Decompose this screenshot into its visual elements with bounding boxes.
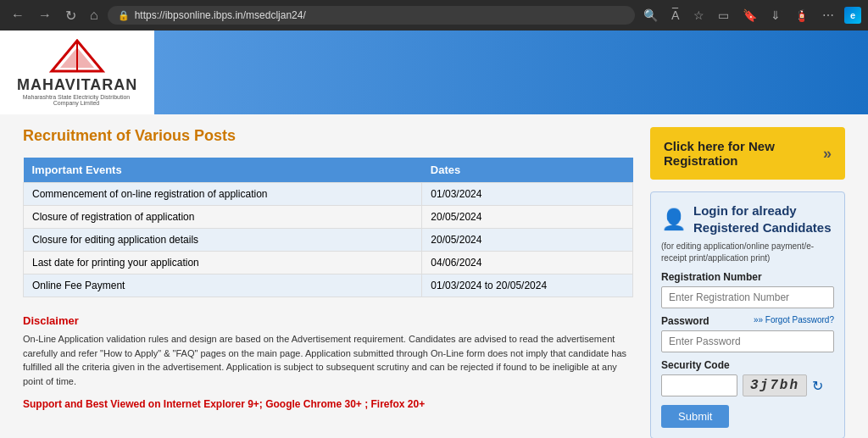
- page-content: MAHAVITARAN Maharashtra State Electricit…: [0, 30, 868, 438]
- event-cell: Commencement of on-line registration of …: [24, 183, 422, 206]
- person-icon: 👤: [661, 208, 687, 231]
- events-table: Important Events Dates Commencement of o…: [23, 158, 633, 297]
- forward-button[interactable]: →: [34, 6, 56, 25]
- login-title: Login for already Registered Candidates: [693, 202, 834, 236]
- new-reg-label: Click here for New Registration: [664, 139, 823, 168]
- registration-number-input[interactable]: [661, 286, 834, 308]
- event-cell: Online Fee Payment: [24, 274, 422, 297]
- logo-triangle-icon: [17, 39, 137, 73]
- tab-icon[interactable]: ▭: [715, 7, 732, 24]
- captcha-image: 3j7bh: [743, 374, 807, 396]
- password-input[interactable]: [661, 330, 834, 352]
- edge-browser-icon: e: [844, 7, 861, 24]
- date-cell: 20/05/2024: [422, 229, 633, 252]
- date-cell: 01/03/2024: [422, 183, 633, 206]
- table-row: Closure of registration of application20…: [24, 206, 633, 229]
- download-icon[interactable]: ⇓: [767, 7, 784, 24]
- new-registration-button[interactable]: Click here for New Registration »: [650, 127, 845, 180]
- logo-area: MAHAVITARAN Maharashtra State Electricit…: [0, 30, 154, 114]
- date-cell: 01/03/2024 to 20/05/2024: [422, 274, 633, 297]
- security-code-input[interactable]: [661, 374, 737, 396]
- more-icon[interactable]: ⋯: [819, 7, 837, 24]
- col2-header: Dates: [422, 158, 633, 183]
- read-icon[interactable]: A̅: [668, 7, 683, 24]
- refresh-button[interactable]: ↻: [61, 6, 81, 25]
- logo-subtext: Maharashtra State Electricity Distributi…: [17, 94, 136, 106]
- refresh-captcha-icon[interactable]: ↻: [812, 378, 823, 394]
- table-row: Closure for editing application details2…: [24, 229, 633, 252]
- search-icon[interactable]: 🔍: [640, 7, 661, 24]
- lock-icon: 🔒: [118, 10, 130, 21]
- disclaimer-text: On-Line Application validation rules and…: [23, 332, 633, 388]
- browser-support: Support and Best Viewed on Internet Expl…: [23, 398, 633, 410]
- reg-number-label: Registration Number: [661, 271, 834, 283]
- event-cell: Last date for printing your application: [24, 252, 422, 274]
- disclaimer-title: Disclaimer: [23, 314, 633, 327]
- security-code-row: 3j7bh ↻: [661, 374, 834, 396]
- logo-text: MAHAVITARAN Maharashtra State Electricit…: [17, 39, 137, 106]
- browser-chrome: ← → ↻ ⌂ 🔒 https://ibpsonline.ibps.in/mse…: [0, 0, 868, 30]
- table-row: Online Fee Payment01/03/2024 to 20/05/20…: [24, 274, 633, 297]
- url-text: https://ibpsonline.ibps.in/msedcljan24/: [135, 9, 306, 21]
- login-box: 👤 Login for already Registered Candidate…: [650, 191, 845, 438]
- header-blue-space: [154, 30, 868, 114]
- logo-name: MAHAVITARAN: [17, 76, 137, 94]
- main-container: Recruitment of Various Posts Important E…: [6, 114, 862, 438]
- password-label: Password: [661, 315, 709, 327]
- table-row: Last date for printing your application0…: [24, 252, 633, 274]
- site-header: MAHAVITARAN Maharashtra State Electricit…: [0, 30, 868, 114]
- date-cell: 20/05/2024: [422, 206, 633, 229]
- date-cell: 04/06/2024: [422, 252, 633, 274]
- star-icon[interactable]: ☆: [690, 7, 708, 24]
- bookmark-icon[interactable]: 🔖: [739, 7, 760, 24]
- arrow-icon: »: [823, 145, 832, 163]
- browser-actions: 🔍 A̅ ☆ ▭ 🔖 ⇓ 🧯 ⋯ e: [640, 7, 861, 24]
- address-bar[interactable]: 🔒 https://ibpsonline.ibps.in/msedcljan24…: [108, 6, 635, 25]
- security-code-label: Security Code: [661, 359, 834, 371]
- table-row: Commencement of on-line registration of …: [24, 183, 633, 206]
- right-panel: Click here for New Registration » 👤 Logi…: [650, 127, 845, 438]
- page-title: Recruitment of Various Posts: [23, 127, 633, 145]
- event-cell: Closure for editing application details: [24, 229, 422, 252]
- login-header: 👤 Login for already Registered Candidate…: [661, 202, 834, 236]
- login-subtitle: (for editing application/online payment/…: [661, 241, 834, 264]
- back-button[interactable]: ←: [7, 6, 29, 25]
- forgot-password-link[interactable]: »» Forgot Password?: [754, 315, 834, 324]
- event-cell: Closure of registration of application: [24, 206, 422, 229]
- left-content: Recruitment of Various Posts Important E…: [23, 127, 650, 438]
- password-row: Password »» Forgot Password?: [661, 308, 834, 330]
- extensions-icon[interactable]: 🧯: [791, 7, 812, 24]
- home-button[interactable]: ⌂: [86, 6, 103, 25]
- col1-header: Important Events: [24, 158, 422, 183]
- submit-button[interactable]: Submit: [661, 405, 729, 428]
